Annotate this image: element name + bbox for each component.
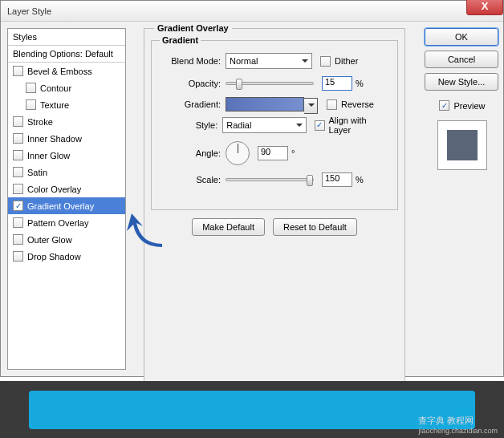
style-label: Satin [27, 168, 47, 177]
align-checkbox[interactable] [315, 120, 325, 131]
style-item-drop-shadow[interactable]: Drop Shadow [8, 248, 125, 265]
opacity-input[interactable]: 15 [322, 76, 352, 91]
style-item-contour[interactable]: Contour [8, 79, 125, 96]
preview-checkbox[interactable] [439, 100, 449, 111]
style-label: Outer Glow [27, 235, 72, 245]
opacity-slider[interactable] [226, 82, 314, 85]
gradient-label: Gradient: [152, 99, 221, 109]
angle-label: Angle: [152, 148, 221, 158]
dither-checkbox[interactable] [320, 56, 331, 67]
style-item-gradient-overlay[interactable]: Gradient Overlay [8, 197, 125, 214]
style-label: Contour [40, 83, 71, 93]
style-item-inner-glow[interactable]: Inner Glow [8, 147, 125, 164]
angle-unit: ° [291, 148, 295, 158]
watermark: 查字典 教程网 jiaocheng.chazidian.com [418, 415, 498, 435]
style-checkbox[interactable] [13, 201, 23, 211]
style-label: Bevel & Emboss [27, 67, 92, 76]
align-label: Align with Layer [329, 116, 388, 135]
style-checkbox[interactable] [13, 167, 23, 177]
style-item-texture[interactable]: Texture [8, 96, 125, 113]
style-label: Inner Shadow [27, 134, 82, 144]
style-label: Color Overlay [27, 185, 81, 194]
style-checkbox[interactable] [13, 234, 23, 245]
angle-input[interactable]: 90 [258, 146, 288, 160]
make-default-button[interactable]: Make Default [192, 218, 265, 236]
preview-label: Preview [453, 101, 485, 111]
cancel-button[interactable]: Cancel [425, 51, 498, 68]
styles-header[interactable]: Styles [8, 29, 125, 46]
scale-input[interactable]: 150 [322, 172, 352, 187]
style-label: Style: [152, 120, 217, 130]
blue-bar [29, 391, 475, 429]
opacity-unit: % [356, 79, 364, 88]
section-title: Gradient Overlay [154, 23, 232, 33]
window-title: Layer Style [7, 6, 51, 16]
reset-default-button[interactable]: Reset to Default [273, 218, 357, 236]
blending-options-item[interactable]: Blending Options: Default [8, 46, 125, 63]
style-label: Stroke [27, 117, 53, 127]
style-checkbox[interactable] [26, 83, 36, 93]
style-label: Gradient Overlay [27, 201, 94, 211]
opacity-label: Opacity: [152, 79, 221, 88]
styles-list: Styles Blending Options: Default Bevel &… [7, 28, 126, 370]
footer-area: 查字典 教程网 jiaocheng.chazidian.com [0, 381, 504, 438]
style-item-pattern-overlay[interactable]: Pattern Overlay [8, 214, 125, 231]
layer-style-dialog: Layer Style X Styles Blending Options: D… [0, 0, 504, 377]
scale-unit: % [356, 175, 364, 185]
new-style-button[interactable]: New Style... [425, 73, 498, 91]
blend-mode-label: Blend Mode: [152, 56, 221, 66]
close-button[interactable]: X [466, 0, 503, 15]
style-checkbox[interactable] [13, 251, 23, 262]
style-checkbox[interactable] [26, 99, 36, 110]
style-checkbox[interactable] [13, 184, 23, 194]
preview-swatch [437, 120, 487, 170]
style-checkbox[interactable] [13, 66, 23, 76]
style-select[interactable]: Radial [222, 117, 306, 133]
style-label: Pattern Overlay [27, 218, 88, 228]
gradient-picker[interactable] [226, 97, 304, 112]
dither-label: Dither [335, 56, 358, 66]
main-panel: Gradient Overlay Gradient Blend Mode: No… [132, 28, 497, 370]
scale-label: Scale: [152, 175, 221, 185]
style-item-stroke[interactable]: Stroke [8, 113, 125, 130]
reverse-label: Reverse [341, 99, 374, 109]
ok-button[interactable]: OK [425, 28, 498, 46]
angle-dial[interactable] [226, 141, 250, 165]
group-title: Gradient [160, 35, 201, 45]
style-label: Inner Glow [27, 151, 70, 160]
scale-slider[interactable] [226, 178, 314, 181]
style-item-color-overlay[interactable]: Color Overlay [8, 180, 125, 197]
style-item-inner-shadow[interactable]: Inner Shadow [8, 130, 125, 147]
style-checkbox[interactable] [13, 133, 23, 144]
reverse-checkbox[interactable] [327, 99, 337, 110]
style-item-satin[interactable]: Satin [8, 164, 125, 180]
titlebar[interactable]: Layer Style X [1, 1, 503, 22]
style-label: Drop Shadow [27, 252, 81, 262]
style-checkbox[interactable] [13, 150, 23, 160]
style-checkbox[interactable] [13, 116, 23, 127]
style-checkbox[interactable] [13, 217, 23, 228]
blend-mode-select[interactable]: Normal [226, 53, 312, 69]
style-label: Texture [40, 100, 69, 110]
style-item-outer-glow[interactable]: Outer Glow [8, 231, 125, 248]
style-item-bevel-emboss[interactable]: Bevel & Emboss [8, 63, 125, 79]
